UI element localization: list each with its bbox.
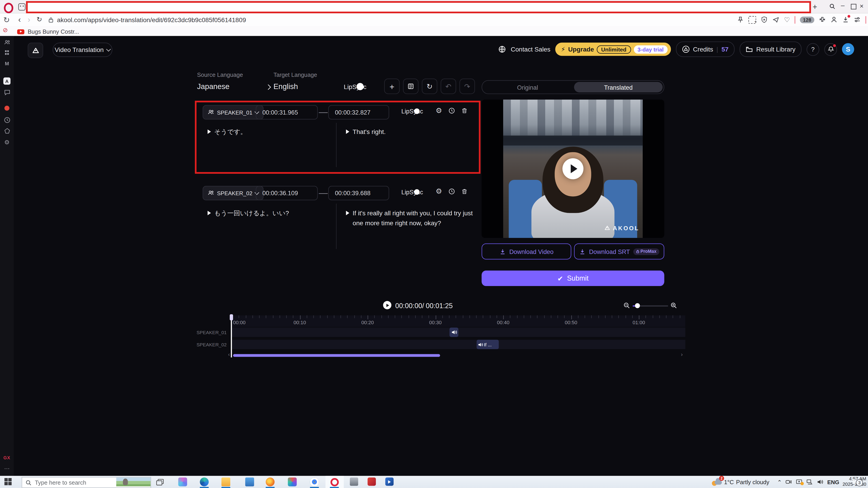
volume-tray-icon[interactable] — [817, 479, 824, 485]
firefox-app-icon[interactable] — [266, 477, 275, 486]
opera-gx-app-icon[interactable] — [331, 478, 339, 486]
redo-button[interactable]: ↷ — [460, 78, 475, 94]
target-text-2[interactable]: If it's really all right with you, I cou… — [352, 208, 475, 228]
play-source-audio-1[interactable] — [208, 129, 211, 134]
retranslate-button[interactable]: ↻ — [422, 78, 437, 94]
start-time-input-1[interactable]: 00:00:31.965 — [256, 105, 318, 120]
copilot-app-icon[interactable] — [178, 477, 187, 486]
language-indicator[interactable]: ENG — [827, 479, 839, 485]
weather-widget[interactable]: 2 1°C Partly cloudy — [713, 477, 769, 486]
playhead[interactable] — [231, 314, 232, 357]
result-library-button[interactable]: Result Library — [740, 41, 802, 57]
snapshot-icon[interactable]: + — [749, 16, 756, 24]
edge-app-icon[interactable] — [200, 477, 209, 486]
back-button[interactable]: ‹ — [18, 15, 21, 23]
download-srt-button[interactable]: Download SRT ProMax — [574, 243, 664, 260]
globe-icon[interactable] — [498, 45, 506, 53]
media-app-icon[interactable] — [385, 477, 394, 486]
voice-settings-icon-2[interactable]: ⚙ — [436, 187, 442, 195]
playhead-cap[interactable] — [230, 314, 233, 320]
new-tab-button[interactable]: + — [813, 2, 817, 11]
speaker-dropdown-1[interactable]: SPEAKER_01 — [203, 105, 264, 120]
reload-button[interactable]: ↻ — [37, 16, 42, 23]
notifications-bell-button[interactable] — [825, 43, 837, 56]
aria-icon[interactable]: A — [0, 77, 14, 85]
play-source-audio-2[interactable] — [208, 211, 211, 215]
play-button[interactable] — [562, 158, 583, 179]
sidebar-sync-icon[interactable]: ↻ — [3, 16, 10, 24]
downloads-icon[interactable] — [842, 16, 849, 23]
close-button[interactable]: × — [860, 2, 864, 10]
scroll-left-icon[interactable]: ‹ — [228, 351, 230, 357]
tab-translated[interactable]: Translated — [574, 82, 663, 92]
taskbar-search[interactable]: Type here to search — [22, 477, 151, 488]
help-button[interactable]: ? — [807, 43, 819, 56]
submit-button[interactable]: ✔ Submit — [482, 271, 664, 286]
duration-clock-icon-2[interactable] — [448, 188, 455, 195]
play-target-audio-2[interactable] — [346, 211, 349, 215]
pin-icon[interactable] — [737, 16, 744, 23]
end-time-input-2[interactable]: 00:00:39.688 — [328, 186, 389, 200]
akool-logo-button[interactable] — [28, 43, 43, 58]
history-clock-icon[interactable] — [0, 117, 14, 123]
minimize-button[interactable]: – — [841, 2, 844, 9]
play-target-audio-1[interactable] — [346, 129, 349, 134]
settings-gear-icon[interactable]: ⚙ — [0, 139, 14, 146]
target-language-value[interactable]: English — [274, 83, 298, 91]
track-speaker-01[interactable] — [231, 328, 685, 337]
upgrade-button[interactable]: ⚡ Upgrade Unlimited 3-day trial — [555, 43, 671, 56]
track-speaker-02[interactable]: If ... — [231, 340, 685, 349]
download-video-button[interactable]: Download Video — [482, 243, 571, 260]
forward-button[interactable]: › — [28, 15, 30, 23]
favorites-heart-icon[interactable]: ♡ — [784, 16, 790, 24]
source-language-value[interactable]: Japanese — [197, 83, 229, 91]
source-text-1[interactable]: そうです。 — [214, 127, 328, 137]
transcript-panel-button[interactable] — [403, 78, 418, 94]
opera-logo-icon[interactable] — [4, 3, 13, 13]
gx-corner-label[interactable]: GX — [0, 455, 14, 460]
undo-button[interactable]: ↶ — [440, 78, 456, 94]
app-icon-extra-2[interactable] — [368, 477, 376, 486]
end-time-input-1[interactable]: 00:00:32.827 — [328, 105, 389, 120]
discord-pentagon-icon[interactable] — [0, 128, 14, 134]
camera-tray-icon[interactable] — [785, 479, 793, 485]
speaker-dropdown-2[interactable]: SPEAKER_02 — [203, 186, 264, 200]
url-field[interactable]: akool.com/apps/video-translation/edit/69… — [57, 17, 246, 23]
tray-expand-icon[interactable]: ⌃ — [777, 479, 782, 485]
sidebar-more-icon[interactable]: ⋯ — [0, 465, 14, 471]
app-icon-extra-1[interactable] — [350, 477, 358, 486]
credits-button[interactable]: Credits | 57 — [676, 41, 735, 57]
notification-count-badge[interactable]: 3 — [856, 479, 863, 486]
lock-icon[interactable] — [48, 17, 54, 23]
scroll-right-icon[interactable]: › — [681, 351, 683, 357]
people-icon[interactable] — [0, 39, 14, 46]
video-preview[interactable]: AKOOL — [482, 100, 664, 238]
zoom-out-icon[interactable] — [623, 302, 630, 308]
extensions-count-badge[interactable]: 128 — [800, 16, 814, 23]
screen-share-icon[interactable] — [796, 479, 803, 485]
contact-sales-link[interactable]: Contact Sales — [511, 46, 550, 53]
delete-trash-icon-2[interactable] — [461, 188, 468, 195]
timeline-ruler[interactable]: 00:0000:1000:2000:3000:4000:5001:00 — [231, 315, 685, 327]
speed-dial-grid-icon[interactable] — [0, 51, 14, 55]
monitor-app-icon[interactable] — [245, 477, 254, 486]
voice-settings-icon-1[interactable]: ⚙ — [436, 106, 442, 115]
send-to-device-icon[interactable] — [772, 16, 780, 23]
avatar[interactable]: S — [842, 43, 854, 55]
target-text-1[interactable]: That's right. — [352, 127, 473, 137]
tab-preview-icon[interactable] — [18, 3, 26, 11]
timeline-zoom-slider[interactable] — [633, 305, 668, 306]
network-tray-icon[interactable] — [806, 479, 813, 485]
duration-clock-icon-1[interactable] — [448, 107, 455, 114]
product-dropdown[interactable]: Video Translation — [53, 43, 112, 57]
messenger-m-icon[interactable]: M — [0, 61, 14, 66]
audio-segment-2[interactable]: If ... — [477, 340, 499, 349]
tab-original[interactable]: Original — [483, 82, 572, 92]
search-tabs-icon[interactable] — [829, 3, 835, 9]
chrome-app-icon[interactable] — [310, 477, 319, 486]
maximize-button[interactable] — [851, 4, 856, 9]
profile-icon[interactable] — [830, 16, 837, 23]
delete-trash-icon-1[interactable] — [461, 107, 468, 114]
timeline-play-button[interactable] — [383, 301, 392, 309]
messenger-dot-icon[interactable] — [0, 106, 14, 111]
